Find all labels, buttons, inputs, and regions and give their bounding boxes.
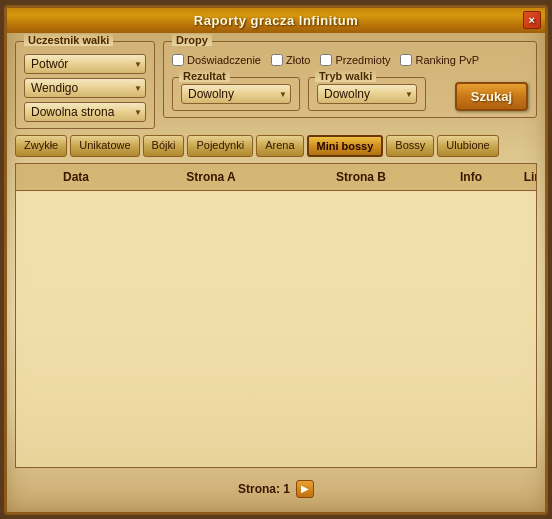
type-select-wrapper: Potwór Gracz <box>24 54 146 74</box>
checkbox-ranking-label: Ranking PvP <box>415 54 479 66</box>
dropy-checkboxes: Doświadczenie Złoto Przedmioty Ranking P… <box>172 54 528 66</box>
footer: Strona: 1 ▶ <box>15 474 537 504</box>
col-strona-b: Strona B <box>286 168 436 186</box>
rezultat-select-wrapper: Dowolny Wygrana Przegrana Remis <box>181 84 291 104</box>
col-link: Link <box>506 168 537 186</box>
tryb-select-wrapper: Dowolny PvP PvE <box>317 84 417 104</box>
next-page-icon: ▶ <box>301 483 309 494</box>
close-button[interactable]: × <box>523 11 541 29</box>
content-area: Uczestnik walki Potwór Gracz Wendigo <box>7 33 545 512</box>
window-title: Raporty gracza Infinitum <box>194 13 358 28</box>
rezultat-label: Rezultat <box>179 70 230 82</box>
side-select-wrapper: Dowolna strona Strona A Strona B <box>24 102 146 122</box>
rezultat-select[interactable]: Dowolny Wygrana Przegrana Remis <box>181 84 291 104</box>
dropy-bottom: Rezultat Dowolny Wygrana Przegrana Remis… <box>172 72 528 111</box>
table-body <box>16 191 536 467</box>
col-info: Info <box>436 168 506 186</box>
checkbox-doswiadczenie-input[interactable] <box>172 54 184 66</box>
dropy-group: Dropy Doświadczenie Złoto Przedmioty <box>163 41 537 118</box>
checkbox-ranking[interactable]: Ranking PvP <box>400 54 479 66</box>
checkbox-przedmioty-input[interactable] <box>320 54 332 66</box>
results-table: Data Strona A Strona B Info Link <box>15 163 537 468</box>
tryb-label: Tryb walki <box>315 70 376 82</box>
tab-bossy[interactable]: Bossy <box>386 135 434 157</box>
next-page-button[interactable]: ▶ <box>296 480 314 498</box>
tab-zwykle[interactable]: Zwykłe <box>15 135 67 157</box>
tryb-select[interactable]: Dowolny PvP PvE <box>317 84 417 104</box>
type-select[interactable]: Potwór Gracz <box>24 54 146 74</box>
dropy-label: Dropy <box>172 34 212 46</box>
search-button-container: Szukaj <box>455 72 528 111</box>
uczestnik-group: Uczestnik walki Potwór Gracz Wendigo <box>15 41 155 129</box>
checkbox-zloto-input[interactable] <box>271 54 283 66</box>
tab-arena[interactable]: Arena <box>256 135 303 157</box>
tab-mini-bossy[interactable]: Mini bossy <box>307 135 384 157</box>
side-select[interactable]: Dowolna strona Strona A Strona B <box>24 102 146 122</box>
title-bar: Raporty gracza Infinitum × <box>7 8 545 33</box>
checkbox-doswiadczenie-label: Doświadczenie <box>187 54 261 66</box>
page-info: Strona: 1 <box>238 482 290 496</box>
name-select-wrapper: Wendigo <box>24 78 146 98</box>
checkbox-przedmioty[interactable]: Przedmioty <box>320 54 390 66</box>
tab-unikatowe[interactable]: Unikatowe <box>70 135 139 157</box>
rezultat-group: Rezultat Dowolny Wygrana Przegrana Remis <box>172 77 300 111</box>
table-header: Data Strona A Strona B Info Link <box>16 164 536 191</box>
tab-ulubione[interactable]: Ulubione <box>437 135 498 157</box>
tab-bojki[interactable]: Bójki <box>143 135 185 157</box>
top-row: Uczestnik walki Potwór Gracz Wendigo <box>15 41 537 129</box>
name-select[interactable]: Wendigo <box>24 78 146 98</box>
col-data: Data <box>16 168 136 186</box>
uczestnik-selects: Potwór Gracz Wendigo Dowolna strona Stro… <box>24 54 146 122</box>
tab-pojedynki[interactable]: Pojedynki <box>187 135 253 157</box>
checkbox-zloto-label: Złoto <box>286 54 310 66</box>
main-window: Raporty gracza Infinitum × Uczestnik wal… <box>4 5 548 515</box>
checkbox-przedmioty-label: Przedmioty <box>335 54 390 66</box>
tryb-group: Tryb walki Dowolny PvP PvE <box>308 77 426 111</box>
search-button[interactable]: Szukaj <box>455 82 528 111</box>
tabs-row: Zwykłe Unikatowe Bójki Pojedynki Arena M… <box>15 135 537 157</box>
checkbox-ranking-input[interactable] <box>400 54 412 66</box>
checkbox-doswiadczenie[interactable]: Doświadczenie <box>172 54 261 66</box>
uczestnik-label: Uczestnik walki <box>24 34 113 46</box>
col-strona-a: Strona A <box>136 168 286 186</box>
checkbox-zloto[interactable]: Złoto <box>271 54 310 66</box>
